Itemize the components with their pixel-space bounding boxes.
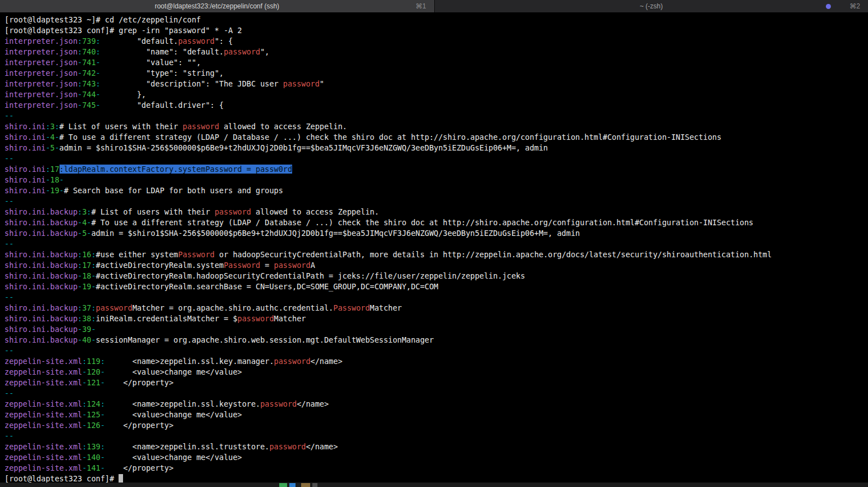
tab-zsh-session[interactable]: ~ (-zsh) ⌘2	[434, 0, 868, 12]
grep-match: Password	[178, 250, 215, 259]
terminal-line: --	[4, 431, 868, 442]
grep-match: Password	[224, 261, 260, 270]
grep-match: password	[183, 122, 219, 131]
terminal-line: shiro.ini.backup-18-#activeDirectoryReal…	[4, 271, 868, 281]
grep-match: Password	[333, 303, 370, 312]
terminal-line: shiro.ini.backup:17:#activeDirectoryReal…	[4, 260, 868, 271]
terminal-line: zeppelin-site.xml-121- </property>	[4, 377, 868, 388]
grep-match: password	[274, 261, 311, 270]
terminal-line: shiro.ini.backup-40-sessionManager = org…	[4, 335, 868, 345]
terminal-line: interpreter.json:740: "name": "default.p…	[4, 47, 868, 57]
terminal-line: --	[4, 111, 868, 121]
tab-shortcut: ⌘2	[849, 2, 860, 10]
terminal-line: shiro.ini.backup-39-	[4, 324, 868, 335]
tab-ssh-session[interactable]: root@ldaptest323:/etc/zeppelin/conf (ssh…	[0, 0, 434, 12]
terminal-line: [root@ldaptest323 conf]# grep -irn "pass…	[4, 25, 868, 36]
grep-match: password	[178, 37, 215, 45]
terminal-line: interpreter.json:739: "default.password"…	[4, 36, 868, 47]
terminal-line: shiro.ini-5-admin = $shiro1$SHA-256$5000…	[4, 143, 868, 153]
screen-bottom-edge	[0, 483, 868, 487]
terminal-line: zeppelin-site.xml-126- </property>	[4, 420, 868, 431]
dock-peek-fragment	[279, 483, 287, 487]
terminal-output[interactable]: [root@ldaptest323 ~]# cd /etc/zeppelin/c…	[0, 13, 868, 483]
grep-match: password	[224, 47, 260, 56]
terminal-line: interpreter.json-741- "value": "",	[4, 57, 868, 68]
dock-peek-fragment	[301, 483, 310, 487]
dock-peek-fragment	[312, 483, 317, 487]
grep-match: password	[269, 442, 306, 451]
terminal-line: shiro.ini.backup-5-admin = $shiro1$SHA-2…	[4, 228, 868, 239]
tab-shortcut: ⌘1	[416, 2, 426, 10]
terminal-line: interpreter.json-742- "type": "string",	[4, 68, 868, 79]
selected-text: :ldapRealm.contextFactory.systemPassword…	[60, 165, 293, 174]
terminal-line: shiro.ini.backup-19-#activeDirectoryReal…	[4, 281, 868, 292]
tab-bar: root@ldaptest323:/etc/zeppelin/conf (ssh…	[0, 0, 868, 13]
terminal-line: zeppelin-site.xml:124: <name>zeppelin.ss…	[4, 399, 868, 409]
terminal-line: shiro.ini.backup:3:# List of users with …	[4, 207, 868, 217]
terminal-line: shiro.ini-19-# Search base for LDAP for …	[4, 185, 868, 196]
tab-title: ~ (-zsh)	[640, 2, 663, 10]
terminal-line: zeppelin-site.xml:119: <name>zeppelin.ss…	[4, 356, 868, 367]
terminal-line: [root@ldaptest323 ~]# cd /etc/zeppelin/c…	[4, 15, 868, 25]
terminal-line: interpreter.json-745- "default.driver": …	[4, 100, 868, 111]
grep-match: password	[274, 357, 311, 366]
terminal-line: shiro.ini-18-	[4, 175, 868, 185]
terminal-line: interpreter.json-744- },	[4, 89, 868, 100]
terminal-line: --	[4, 153, 868, 164]
terminal-line: zeppelin-site.xml-141- </property>	[4, 463, 868, 474]
grep-match: password	[260, 399, 297, 408]
terminal-line: zeppelin-site.xml-120- <value>change me<…	[4, 367, 868, 377]
terminal-line: shiro.ini:3:# List of users with their p…	[4, 121, 868, 132]
terminal-line: shiro.ini.backup:37:passwordMatcher = or…	[4, 303, 868, 313]
grep-match: password	[283, 79, 320, 88]
terminal-line: zeppelin-site.xml:139: <name>zeppelin.ss…	[4, 442, 868, 452]
terminal-line: shiro.ini.backup-4-# To use a different …	[4, 217, 868, 228]
terminal-line: [root@ldaptest323 conf]#	[4, 474, 868, 483]
terminal-line: interpreter.json:743: "description": "Th…	[4, 79, 868, 89]
terminal-line: shiro.ini-4-# To use a different strateg…	[4, 132, 868, 143]
terminal-line: --	[4, 239, 868, 249]
grep-match: password	[215, 207, 251, 216]
terminal-line: zeppelin-site.xml-140- <value>change me<…	[4, 452, 868, 463]
terminal-line: --	[4, 388, 868, 399]
terminal-line: shiro.ini:17:ldapRealm.contextFactory.sy…	[4, 164, 868, 175]
tab-title: root@ldaptest323:/etc/zeppelin/conf (ssh…	[154, 2, 279, 10]
terminal-line: zeppelin-site.xml-125- <value>change me<…	[4, 409, 868, 420]
terminal-cursor	[119, 474, 123, 483]
activity-dot-icon	[826, 4, 831, 9]
terminal-line: shiro.ini.backup:38:iniRealm.credentials…	[4, 313, 868, 324]
terminal-line: --	[4, 292, 868, 303]
dock-peek-fragment	[289, 483, 296, 487]
terminal-line: --	[4, 196, 868, 207]
grep-match: password	[238, 314, 274, 323]
terminal-line: shiro.ini.backup:16:#use either systemPa…	[4, 249, 868, 260]
terminal-line: --	[4, 345, 868, 356]
grep-match: password	[96, 303, 133, 312]
